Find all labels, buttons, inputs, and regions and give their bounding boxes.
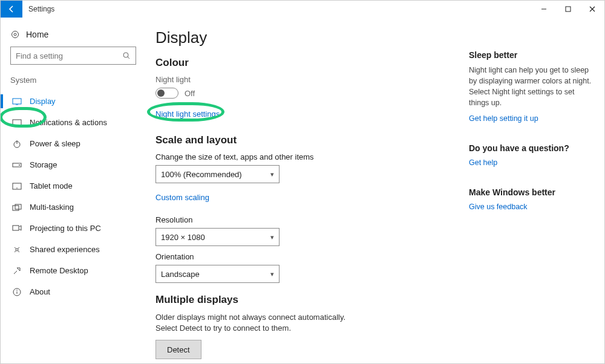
- sidebar-item-label: Tablet mode: [30, 181, 73, 190]
- text-size-value: 100% (Recommended): [161, 170, 242, 179]
- svg-rect-17: [13, 226, 19, 230]
- sidebar-item-power[interactable]: Power & sleep: [8, 133, 139, 154]
- sidebar-item-label: Projecting to this PC: [30, 224, 101, 233]
- resolution-label: Resolution: [155, 215, 452, 224]
- sidebar-item-label: Remote Desktop: [30, 266, 88, 275]
- night-light-toggle[interactable]: [155, 88, 178, 99]
- sidebar-item-remote[interactable]: Remote Desktop: [8, 260, 139, 281]
- orientation-value: Landscape: [161, 270, 200, 279]
- sidebar-item-label: Storage: [30, 160, 57, 169]
- text-size-label: Change the size of text, apps and other …: [155, 152, 452, 161]
- sidebar-item-tablet[interactable]: Tablet mode: [8, 175, 139, 197]
- svg-point-3: [14, 33, 16, 36]
- svg-point-21: [16, 290, 18, 291]
- night-light-label: Night light: [155, 75, 452, 84]
- main-content: Display Colour Night light Off Night lig…: [145, 18, 469, 363]
- sidebar-item-label: Display: [30, 97, 56, 106]
- svg-point-4: [123, 53, 128, 57]
- text-size-select[interactable]: 100% (Recommended) ▾: [155, 165, 280, 183]
- window-title: Settings: [22, 5, 54, 13]
- sidebar-item-label: Notifications & actions: [30, 118, 107, 127]
- title-bar: Settings: [1, 1, 604, 18]
- project-icon: [12, 225, 22, 232]
- detect-button[interactable]: Detect: [155, 340, 201, 359]
- section-scale-heading: Scale and layout: [155, 134, 452, 146]
- svg-rect-1: [566, 7, 571, 11]
- search-input[interactable]: [10, 47, 136, 65]
- sleep-better-body: Night light can help you get to sleep by…: [469, 65, 595, 109]
- right-pane: Sleep better Night light can help you ge…: [469, 18, 604, 363]
- svg-rect-8: [13, 120, 21, 125]
- sidebar: Home System Display Notifications & acti…: [1, 18, 145, 363]
- home-label: Home: [26, 30, 48, 39]
- search-icon: [122, 51, 131, 60]
- sidebar-item-label: Shared experiences: [30, 245, 100, 254]
- svg-point-12: [19, 164, 20, 166]
- gear-icon: [10, 30, 20, 39]
- svg-rect-6: [13, 99, 21, 104]
- resolution-select[interactable]: 1920 × 1080 ▾: [155, 228, 280, 246]
- remote-icon: [13, 267, 21, 275]
- svg-point-2: [12, 31, 19, 38]
- chevron-down-icon: ▾: [270, 171, 274, 178]
- feedback-link[interactable]: Give us feedback: [469, 203, 528, 211]
- chevron-down-icon: ▾: [270, 270, 274, 278]
- back-button[interactable]: [1, 1, 22, 18]
- svg-point-14: [16, 187, 18, 189]
- sidebar-item-label: About: [30, 287, 50, 296]
- night-light-settings-link[interactable]: Night light settings: [155, 109, 220, 119]
- search-field[interactable]: [16, 51, 122, 60]
- chevron-down-icon: ▾: [270, 233, 274, 241]
- sleep-better-heading: Sleep better: [469, 50, 595, 60]
- window-controls: [532, 1, 604, 18]
- sleep-better-link[interactable]: Get help setting it up: [469, 114, 538, 123]
- sidebar-item-display[interactable]: Display: [8, 91, 139, 112]
- monitor-icon: [12, 98, 22, 105]
- minimize-button[interactable]: [532, 1, 556, 18]
- home-button[interactable]: Home: [8, 26, 139, 47]
- sidebar-item-notifications[interactable]: Notifications & actions: [8, 112, 139, 133]
- arrow-left-icon: [7, 5, 16, 13]
- sidebar-item-shared[interactable]: Shared experiences: [8, 239, 139, 260]
- orientation-select[interactable]: Landscape ▾: [155, 265, 280, 283]
- drive-icon: [12, 163, 22, 167]
- message-icon: [12, 119, 22, 126]
- close-button[interactable]: [580, 1, 604, 18]
- section-colour-heading: Colour: [155, 57, 452, 69]
- maximize-button[interactable]: [556, 1, 580, 18]
- multi-body-text: Older displays might not always connect …: [155, 312, 349, 334]
- tablet-icon: [12, 183, 22, 190]
- svg-rect-15: [13, 206, 19, 210]
- info-icon: [13, 288, 21, 296]
- custom-scaling-link[interactable]: Custom scaling: [155, 193, 209, 202]
- svg-line-5: [128, 57, 129, 59]
- sidebar-item-projecting[interactable]: Projecting to this PC: [8, 218, 139, 239]
- feedback-heading: Make Windows better: [469, 187, 595, 197]
- category-label: System: [8, 76, 139, 91]
- sidebar-item-about[interactable]: About: [8, 281, 139, 302]
- question-heading: Do you have a question?: [469, 143, 595, 153]
- svg-point-18: [16, 249, 18, 251]
- power-icon: [13, 140, 21, 148]
- multitask-icon: [12, 204, 22, 211]
- night-light-state: Off: [185, 89, 195, 98]
- svg-rect-16: [15, 204, 21, 209]
- sidebar-item-multitasking[interactable]: Multi-tasking: [8, 197, 139, 218]
- page-title: Display: [155, 28, 452, 47]
- sidebar-item-label: Multi-tasking: [30, 203, 74, 212]
- share-icon: [13, 245, 21, 254]
- get-help-link[interactable]: Get help: [469, 158, 497, 167]
- sidebar-item-label: Power & sleep: [30, 139, 80, 148]
- sidebar-item-storage[interactable]: Storage: [8, 154, 139, 175]
- orientation-label: Orientation: [155, 252, 452, 261]
- resolution-value: 1920 × 1080: [161, 233, 205, 242]
- section-multi-heading: Multiple displays: [155, 294, 452, 306]
